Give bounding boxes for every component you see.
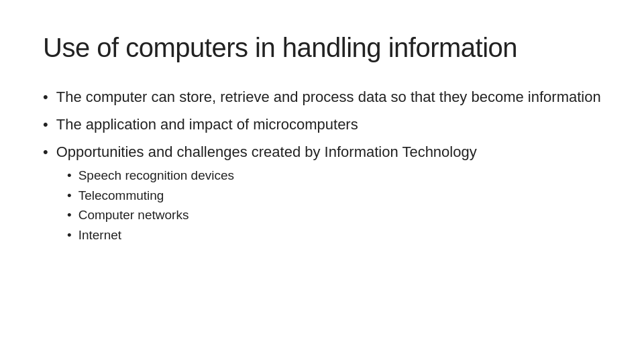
bullet-dot-3: • bbox=[43, 142, 48, 163]
sub-bullet-dot-2: • bbox=[67, 186, 72, 205]
sub-bullets-container: • Speech recognition devices • Telecommu… bbox=[67, 166, 234, 244]
content-area: • The computer can store, retrieve and p… bbox=[43, 87, 601, 254]
bullet-dot-2: • bbox=[43, 115, 48, 135]
bullet-text-2: The application and impact of microcompu… bbox=[56, 115, 601, 135]
sub-bullet-text-2: Telecommuting bbox=[78, 186, 234, 205]
sub-bullet-dot-3: • bbox=[67, 206, 72, 225]
bullet-item-2: • The application and impact of microcom… bbox=[43, 115, 601, 135]
sub-bullet-dot-1: • bbox=[67, 166, 72, 185]
sub-bullet-item-1: • Speech recognition devices bbox=[67, 166, 234, 185]
bullet-dot-1: • bbox=[43, 87, 48, 108]
bullet-item-1: • The computer can store, retrieve and p… bbox=[43, 87, 601, 108]
bullet-text-1: The computer can store, retrieve and pro… bbox=[56, 87, 601, 108]
sub-bullet-item-3: • Computer networks bbox=[67, 206, 234, 225]
sub-bullet-text-3: Computer networks bbox=[78, 206, 234, 225]
sub-bullet-item-4: • Internet bbox=[67, 226, 234, 245]
slide-title: Use of computers in handling information bbox=[43, 32, 601, 63]
bullet-item-3: • Opportunities and challenges created b… bbox=[43, 142, 601, 247]
slide: Use of computers in handling information… bbox=[0, 0, 644, 362]
sub-bullet-dot-4: • bbox=[67, 226, 72, 245]
sub-bullet-text-4: Internet bbox=[78, 226, 234, 245]
sub-bullet-item-2: • Telecommuting bbox=[67, 186, 234, 205]
bullet-text-3: Opportunities and challenges created by … bbox=[56, 142, 477, 163]
sub-bullet-text-1: Speech recognition devices bbox=[78, 166, 234, 185]
